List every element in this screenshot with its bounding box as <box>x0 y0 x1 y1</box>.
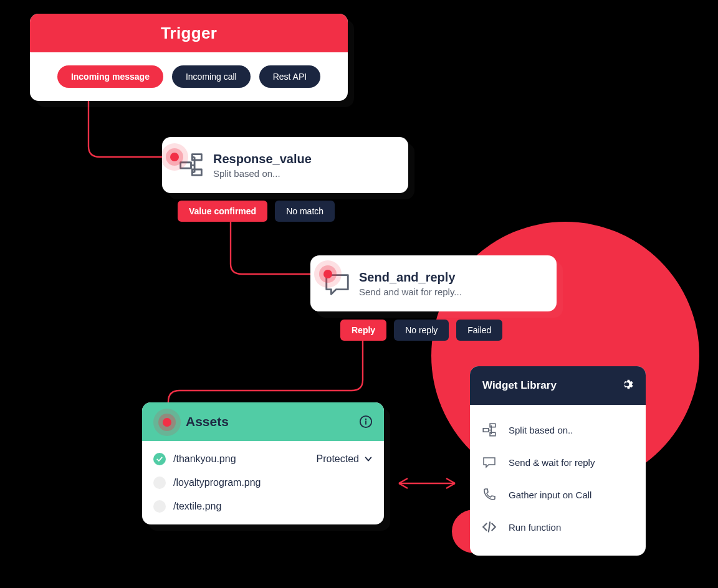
svg-rect-7 <box>483 429 489 432</box>
asset-row[interactable]: /textile.png <box>153 495 373 518</box>
response-value-subtitle: Split based on... <box>213 168 312 179</box>
widget-item-label: Run function <box>509 522 561 533</box>
trigger-option-incoming-message[interactable]: Incoming message <box>57 65 163 88</box>
widget-library-header: Widget Library <box>470 366 646 405</box>
svg-rect-1 <box>181 163 191 168</box>
asset-row[interactable]: /loyaltyprogram.png <box>153 471 373 495</box>
phone-icon <box>480 487 499 502</box>
svg-rect-6 <box>365 420 366 424</box>
split-icon <box>480 422 499 438</box>
send-option-failed[interactable]: Failed <box>456 320 502 341</box>
response-value-title: Response_value <box>213 152 312 166</box>
svg-rect-8 <box>490 424 495 427</box>
svg-point-5 <box>365 419 366 420</box>
response-options: Value confirmed No match <box>178 201 335 222</box>
widget-item-run-function[interactable]: Run function <box>480 511 636 543</box>
send-and-reply-card[interactable]: Send_and_reply Send and wait for reply..… <box>310 255 557 311</box>
assets-card[interactable]: Assets /thankyou.png Protected /loyaltyp… <box>142 402 384 524</box>
split-icon <box>177 151 205 179</box>
info-icon[interactable] <box>359 415 373 429</box>
widget-library-title: Widget Library <box>482 379 557 392</box>
widget-item-split[interactable]: Split based on.. <box>480 414 636 446</box>
trigger-option-incoming-call[interactable]: Incoming call <box>172 65 251 88</box>
asset-name: /textile.png <box>173 501 373 512</box>
chevron-down-icon <box>364 455 373 463</box>
code-icon <box>480 519 499 535</box>
send-options: Reply No reply Failed <box>340 320 502 341</box>
response-option-value-confirmed[interactable]: Value confirmed <box>178 201 267 222</box>
widget-item-label: Split based on.. <box>509 425 573 435</box>
assets-header: Assets <box>142 402 384 441</box>
unchecked-icon <box>153 477 166 489</box>
check-icon <box>153 453 166 465</box>
asset-row[interactable]: /thankyou.png Protected <box>153 447 373 471</box>
widget-item-label: Gather input on Call <box>509 490 591 500</box>
response-option-no-match[interactable]: No match <box>275 201 335 222</box>
trigger-option-rest-api[interactable]: Rest API <box>259 65 320 88</box>
send-subtitle: Send and wait for reply... <box>359 287 462 297</box>
widget-item-send-wait[interactable]: Send & wait for reply <box>480 446 636 478</box>
widget-list: Split based on.. Send & wait for reply G… <box>470 405 646 556</box>
widget-library-panel[interactable]: Widget Library Split based on.. Send & w… <box>470 366 646 556</box>
send-option-reply[interactable]: Reply <box>340 320 386 341</box>
chat-icon <box>323 270 352 301</box>
unchecked-icon <box>153 500 166 513</box>
svg-rect-9 <box>490 432 495 435</box>
widget-item-label: Send & wait for reply <box>509 457 595 468</box>
asset-status-label: Protected <box>317 453 359 465</box>
assets-title: Assets <box>186 414 229 429</box>
send-option-no-reply[interactable]: No reply <box>394 320 449 341</box>
assets-list: /thankyou.png Protected /loyaltyprogram.… <box>142 441 384 518</box>
gear-icon[interactable] <box>621 378 633 394</box>
trigger-card[interactable]: Trigger Incoming message Incoming call R… <box>30 14 348 101</box>
asset-name: /loyaltyprogram.png <box>173 477 373 488</box>
chat-icon <box>480 455 499 470</box>
response-value-card[interactable]: Response_value Split based on... <box>162 137 408 193</box>
asset-name: /thankyou.png <box>173 453 309 465</box>
trigger-options: Incoming message Incoming call Rest API <box>30 52 348 101</box>
send-title: Send_and_reply <box>359 270 462 285</box>
asset-status-dropdown[interactable]: Protected <box>317 453 373 465</box>
widget-item-gather-call[interactable]: Gather input on Call <box>480 478 636 511</box>
trigger-title: Trigger <box>161 24 217 43</box>
trigger-header: Trigger <box>30 14 348 52</box>
